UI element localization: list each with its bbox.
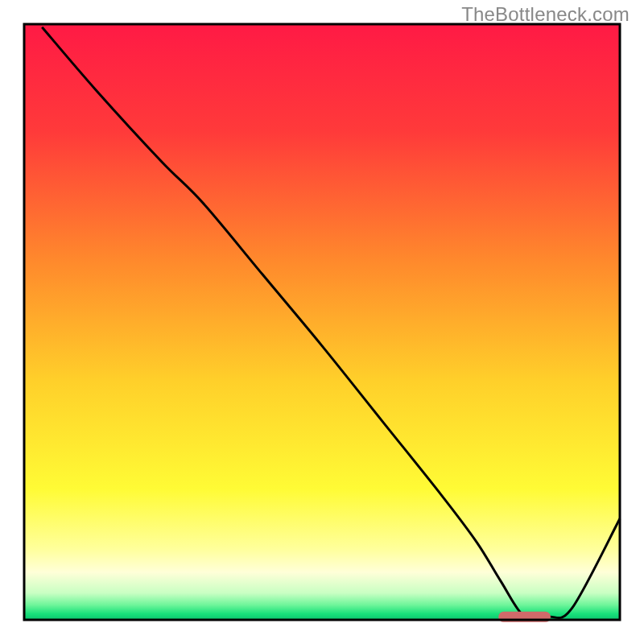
watermark-label: TheBottleneck.com [461,3,630,26]
gradient-background [24,24,620,620]
bottleneck-chart [0,0,644,644]
chart-container: TheBottleneck.com [0,0,644,644]
